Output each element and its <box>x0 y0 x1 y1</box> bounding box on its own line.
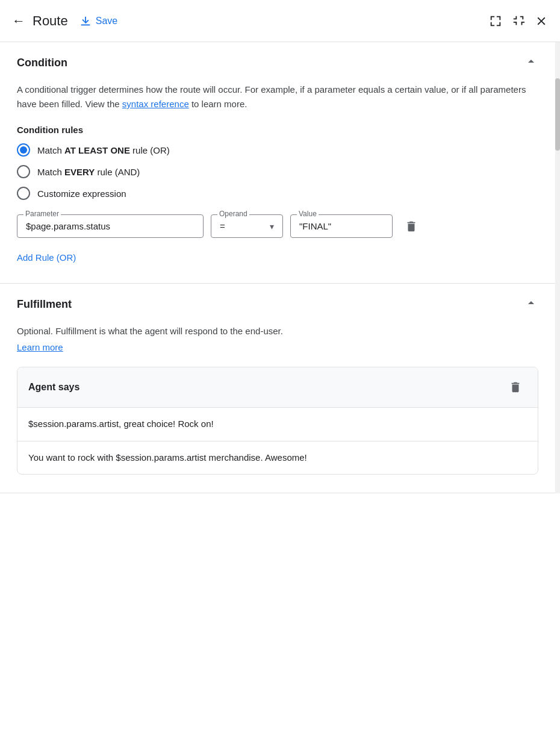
header: ← Route Save <box>0 0 560 42</box>
radio-custom[interactable]: Customize expression <box>17 187 538 200</box>
radio-or-label: Match AT LEAST ONE rule (OR) <box>37 145 170 155</box>
parameter-input[interactable] <box>26 221 194 231</box>
condition-description: A conditional trigger determines how the… <box>17 83 538 111</box>
scrollbar-thumb[interactable] <box>555 78 560 151</box>
condition-section-header: Condition <box>17 54 538 72</box>
page-title: Route <box>33 13 68 29</box>
agent-card-title: Agent says <box>28 382 79 393</box>
operand-field-group: Operand = != < > ▾ <box>211 214 283 238</box>
radio-custom-circle <box>17 187 30 200</box>
main-content: Condition A conditional trigger determin… <box>0 42 560 493</box>
fulfillment-section: Fulfillment Optional. Fulfillment is wha… <box>0 284 555 493</box>
agent-card-row-2: You want to rock with $session.params.ar… <box>17 441 538 475</box>
agent-card-row-1: $session.params.artist, great choice! Ro… <box>17 408 538 441</box>
value-input[interactable] <box>299 221 384 231</box>
delete-agent-card-button[interactable] <box>504 376 527 399</box>
learn-more-link[interactable]: Learn more <box>17 342 538 352</box>
content-area: Condition A conditional trigger determin… <box>0 42 555 493</box>
fulfillment-section-header: Fulfillment <box>17 296 538 313</box>
radio-or-circle <box>17 143 30 157</box>
parameter-field-group: Parameter <box>17 214 204 238</box>
operand-dropdown-arrow: ▾ <box>270 222 274 231</box>
header-right <box>489 14 548 28</box>
delete-rule-button[interactable] <box>400 215 423 238</box>
radio-group: Match AT LEAST ONE rule (OR) Match EVERY… <box>17 143 538 200</box>
scrollbar-track[interactable] <box>555 42 560 493</box>
expand-icon[interactable] <box>489 14 502 28</box>
agent-card-header: Agent says <box>17 367 538 408</box>
parameter-field-wrapper: Parameter <box>17 214 204 238</box>
condition-rules-title: Condition rules <box>17 125 538 135</box>
operand-select-wrapper: = != < > ▾ <box>220 221 274 231</box>
radio-or[interactable]: Match AT LEAST ONE rule (OR) <box>17 143 538 157</box>
condition-title: Condition <box>17 57 67 69</box>
header-left: ← Route Save <box>12 11 489 31</box>
add-rule-button[interactable]: Add Rule (OR) <box>17 250 76 265</box>
condition-section: Condition A conditional trigger determin… <box>0 42 555 284</box>
value-field-group: Value <box>290 214 393 238</box>
back-button[interactable]: ← <box>12 13 25 29</box>
condition-collapse-icon[interactable] <box>524 54 538 72</box>
save-button[interactable]: Save <box>73 11 123 31</box>
radio-and[interactable]: Match EVERY rule (AND) <box>17 165 538 178</box>
operand-label: Operand <box>217 210 249 218</box>
radio-custom-label: Customize expression <box>37 189 126 199</box>
radio-and-label: Match EVERY rule (AND) <box>37 167 140 177</box>
fulfillment-title: Fulfillment <box>17 298 72 311</box>
value-field-wrapper: Value <box>290 214 393 238</box>
save-label: Save <box>96 16 117 26</box>
operand-field-wrapper: Operand = != < > ▾ <box>211 214 283 238</box>
fulfillment-collapse-icon[interactable] <box>524 296 538 313</box>
condition-desc-part1: A conditional trigger determines how the… <box>17 84 526 109</box>
rule-row: Parameter Operand = != < > <box>17 214 538 238</box>
collapse-icon[interactable] <box>512 14 525 28</box>
close-icon[interactable] <box>535 14 548 28</box>
operand-select[interactable]: = != < > <box>220 221 265 231</box>
fulfillment-description: Optional. Fulfillment is what the agent … <box>17 324 538 338</box>
agent-card: Agent says $session.params.artist, great… <box>17 367 538 475</box>
syntax-reference-link[interactable]: syntax reference <box>122 99 189 109</box>
parameter-label: Parameter <box>23 210 61 218</box>
condition-desc-part2: to learn more. <box>189 99 247 109</box>
save-icon <box>79 14 92 28</box>
value-label: Value <box>297 210 319 218</box>
radio-and-circle <box>17 165 30 178</box>
